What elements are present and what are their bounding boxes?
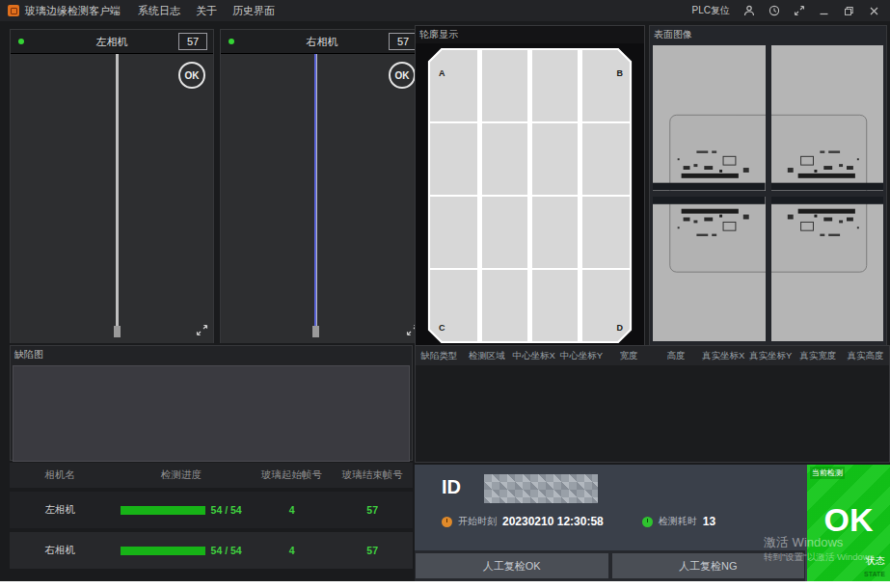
id-label: ID — [442, 476, 461, 498]
surface-image-top-left — [653, 45, 766, 191]
state-label-en: STATE — [864, 571, 885, 577]
table-row: 右相机 54 / 54 4 57 — [10, 532, 413, 569]
elapsed-icon — [642, 517, 653, 527]
col-camera-name: 相机名 — [10, 468, 111, 482]
time-row: 开始时刻 20230210 12:30:58 检测耗时 13 — [442, 515, 715, 528]
manual-recheck-ng-button[interactable]: 人工复检NG — [612, 553, 805, 578]
left-camera-header: 左相机 57 — [11, 30, 213, 54]
progress-text: 54 / 54 — [211, 504, 242, 516]
contour-title: 轮廓显示 — [416, 26, 644, 43]
right-camera-panel: 右相机 57 OK — [220, 29, 424, 343]
minimize-button[interactable] — [818, 5, 830, 17]
col-real-x: 真实坐标X — [700, 350, 747, 362]
col-defect-type: 缺陷类型 — [416, 350, 463, 362]
right-camera-header: 右相机 57 — [221, 30, 423, 54]
end-frame: 57 — [332, 545, 413, 556]
end-frame: 57 — [332, 504, 413, 516]
col-width: 宽度 — [605, 350, 652, 362]
result-badge-label: 当前检测 — [810, 467, 845, 479]
edge-line — [314, 54, 317, 335]
left-camera-counter: 57 — [178, 33, 207, 50]
title-bar: 玻璃边缘检测客户端 系统日志 关于 历史界面 PLC复位 — [0, 0, 890, 21]
col-center-x: 中心坐标X — [510, 350, 557, 362]
start-time-value: 20230210 12:30:58 — [502, 515, 604, 528]
edge-line-end — [114, 326, 121, 337]
surface-image-grid — [650, 43, 886, 344]
col-start-frame: 玻璃起始帧号 — [252, 468, 333, 482]
col-height: 高度 — [652, 350, 699, 362]
contour-panel: 轮廓显示 A B C D — [415, 25, 645, 347]
defect-table-header: 缺陷类型 检测区域 中心坐标X 中心坐标Y 宽度 高度 真实坐标X 真实坐标Y … — [416, 346, 889, 365]
surface-image-bottom-left — [653, 197, 766, 342]
left-camera-name: 左相机 — [96, 35, 128, 49]
app-icon — [8, 5, 19, 16]
camera-table: 相机名 检测进度 玻璃起始帧号 玻璃结束帧号 左相机 54 / 54 4 57 … — [10, 463, 413, 571]
col-real-y: 真实坐标Y — [747, 350, 795, 362]
progress-text: 54 / 54 — [211, 545, 242, 556]
start-time-icon — [442, 517, 452, 527]
defect-image-title: 缺陷图 — [11, 346, 412, 363]
corner-label-b: B — [617, 68, 624, 78]
expand-icon[interactable] — [196, 323, 208, 340]
user-icon[interactable] — [742, 5, 755, 17]
row-camera-name: 左相机 — [10, 503, 111, 517]
left-camera-ok-badge: OK — [178, 62, 205, 89]
corner-label-a: A — [439, 68, 445, 78]
col-real-width: 真实宽度 — [795, 350, 842, 362]
right-camera-ok-badge: OK — [389, 62, 416, 89]
left-camera-image: OK — [11, 54, 213, 343]
right-camera-image: OK — [221, 54, 423, 343]
elapsed-label: 检测耗时 — [659, 515, 697, 528]
close-button[interactable] — [868, 5, 880, 17]
menu-system-log[interactable]: 系统日志 — [138, 4, 180, 18]
menu-history[interactable]: 历史界面 — [232, 4, 275, 18]
defect-table-body — [416, 365, 889, 462]
start-frame: 4 — [252, 545, 333, 556]
col-detect-region: 检测区域 — [463, 350, 510, 362]
status-dot-icon — [229, 39, 234, 44]
verdict-text: OK — [807, 501, 890, 539]
contour-display: A B C D — [416, 43, 644, 348]
plc-reset-button[interactable]: PLC复位 — [692, 4, 730, 17]
id-value-redacted — [484, 474, 598, 503]
progress-bar — [121, 506, 205, 515]
col-end-frame: 玻璃结束帧号 — [332, 468, 413, 482]
status-dot-icon — [18, 39, 24, 44]
state-label-cn: 状态 — [866, 554, 885, 568]
surface-image-bottom-right — [771, 197, 884, 342]
corner-label-d: D — [617, 323, 624, 333]
col-center-y: 中心坐标Y — [557, 350, 605, 362]
start-time-label: 开始时刻 — [458, 515, 497, 528]
left-camera-panel: 左相机 57 OK — [10, 29, 214, 343]
col-progress: 检测进度 — [111, 468, 252, 482]
surface-title: 表面图像 — [650, 26, 886, 43]
edge-line-end — [312, 326, 319, 337]
col-real-height: 真实高度 — [842, 350, 889, 362]
clock-icon[interactable] — [768, 5, 780, 17]
row-camera-name: 右相机 — [10, 544, 111, 557]
surface-image-top-right — [771, 45, 884, 191]
app-title: 玻璃边缘检测客户端 — [25, 4, 121, 18]
defect-table-panel: 缺陷类型 检测区域 中心坐标X 中心坐标Y 宽度 高度 真实坐标X 真实坐标Y … — [415, 345, 890, 463]
defect-image-area — [13, 365, 410, 462]
result-status-box: 当前检测 OK 状态 STATE — [807, 465, 890, 581]
table-row: 左相机 54 / 54 4 57 — [10, 492, 413, 528]
recheck-button-strip: 人工复检OK 人工复检NG — [415, 550, 805, 581]
manual-recheck-ok-button[interactable]: 人工复检OK — [416, 553, 608, 578]
defect-image-panel: 缺陷图 — [10, 345, 413, 461]
menu-about[interactable]: 关于 — [196, 4, 217, 18]
surface-panel: 表面图像 — [649, 25, 887, 347]
corner-label-c: C — [439, 323, 445, 333]
progress-bar — [121, 547, 205, 555]
right-camera-name: 右相机 — [307, 35, 338, 49]
fullscreen-icon[interactable] — [793, 5, 805, 17]
camera-table-header: 相机名 检测进度 玻璃起始帧号 玻璃结束帧号 — [10, 463, 413, 488]
elapsed-value: 13 — [703, 515, 715, 528]
result-panel: ID 开始时刻 20230210 12:30:58 检测耗时 13 人工复检OK… — [415, 465, 890, 581]
menu-bar: 系统日志 关于 历史界面 — [138, 4, 275, 18]
right-camera-counter: 57 — [389, 33, 418, 50]
start-frame: 4 — [252, 504, 333, 516]
restore-button[interactable] — [843, 5, 855, 17]
app-window: 玻璃边缘检测客户端 系统日志 关于 历史界面 PLC复位 — [0, 0, 890, 581]
edge-line — [116, 54, 119, 335]
